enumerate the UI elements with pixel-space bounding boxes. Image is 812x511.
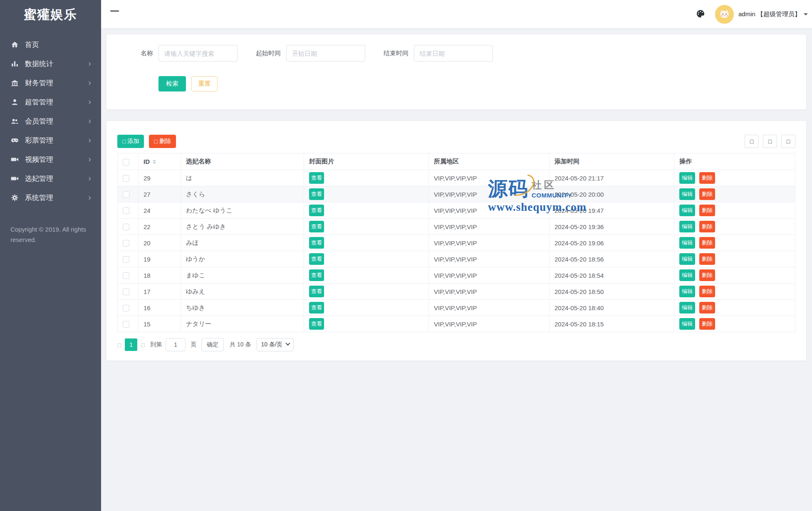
sidebar-item-5[interactable]: 彩票管理› <box>0 131 101 150</box>
delete-row-button[interactable]: 删除 <box>699 286 715 297</box>
view-button[interactable]: 查看 <box>309 221 324 232</box>
delete-row-button[interactable]: 删除 <box>699 221 715 232</box>
edit-button[interactable]: 编辑 <box>679 205 695 216</box>
delete-row-button[interactable]: 删除 <box>699 269 715 281</box>
row-checkbox[interactable] <box>123 256 129 263</box>
next-page-button[interactable]: □ <box>141 341 145 348</box>
view-button[interactable]: 查看 <box>309 172 324 184</box>
add-button[interactable]: □ 添加 <box>117 135 144 148</box>
delete-row-button[interactable]: 删除 <box>699 237 715 249</box>
batch-delete-button[interactable]: □ 删除 <box>149 135 176 148</box>
sidebar-item-2[interactable]: 财务管理› <box>0 73 101 92</box>
view-button[interactable]: 查看 <box>309 205 324 216</box>
toolbar-icon-button-1[interactable]: □ <box>745 135 759 148</box>
column-id-sort[interactable]: ID <box>144 158 156 165</box>
row-checkbox[interactable] <box>123 175 129 182</box>
prev-page-button[interactable]: □ <box>117 341 121 348</box>
row-checkbox[interactable] <box>123 305 129 311</box>
view-button[interactable]: 查看 <box>309 302 324 314</box>
confirm-button[interactable]: 确定 <box>201 338 224 351</box>
table-row: 24わたなべ ゆうこ查看VIP,VIP,VIP,VIP2024-05-20 19… <box>118 202 795 219</box>
table-row: 15ナタリー查看VIP,VIP,VIP,VIP2024-05-20 18:15编… <box>118 316 795 332</box>
chevron-down-icon <box>285 341 290 346</box>
column-cover: 封面图片 <box>304 153 429 170</box>
view-button[interactable]: 查看 <box>309 269 324 281</box>
user-menu-trigger[interactable]: admin 【超级管理员】 <box>738 10 808 18</box>
edit-button[interactable]: 编辑 <box>679 269 695 281</box>
sidebar-item-3[interactable]: 超管管理› <box>0 92 101 111</box>
sidebar-toggle-button[interactable] <box>110 10 121 14</box>
chevron-right-icon: › <box>88 193 91 201</box>
palette-icon <box>696 9 705 18</box>
end-time-label: 结束时间 <box>382 49 408 57</box>
row-checkbox[interactable] <box>123 224 129 230</box>
row-checkbox[interactable] <box>123 240 129 247</box>
name-input[interactable] <box>158 45 238 62</box>
sidebar: 蜜獾娱乐 首页数据统计›财务管理›超管管理›会员管理›彩票管理›视频管理›选妃管… <box>0 0 101 511</box>
cell-time: 2024-05-20 18:56 <box>550 251 674 267</box>
row-checkbox[interactable] <box>123 289 129 295</box>
sidebar-item-label: 数据统计 <box>25 59 53 69</box>
delete-row-button[interactable]: 删除 <box>699 172 715 184</box>
toolbar-icon-button-3[interactable]: □ <box>781 135 795 148</box>
table-header-row: ID 选妃名称 封面图片 所属地区 添加时间 操作 <box>118 153 795 170</box>
row-checkbox[interactable] <box>123 272 129 279</box>
data-table: ID 选妃名称 封面图片 所属地区 添加时间 操作 29は查看VIP,VIP,V… <box>117 153 795 332</box>
reset-button[interactable]: 重置 <box>191 76 218 91</box>
avatar-face-icon <box>715 5 734 24</box>
edit-button[interactable]: 编辑 <box>679 188 695 200</box>
edit-button[interactable]: 编辑 <box>679 221 695 232</box>
view-button[interactable]: 查看 <box>309 188 324 200</box>
delete-row-button[interactable]: 删除 <box>699 318 715 330</box>
table-card: □ 添加 □ 删除 □ □ □ <box>106 121 806 360</box>
chevron-right-icon: › <box>88 155 91 163</box>
sidebar-item-6[interactable]: 视频管理› <box>0 150 101 169</box>
delete-row-button[interactable]: 删除 <box>699 302 715 314</box>
row-checkbox[interactable] <box>123 191 129 198</box>
table-row: 27さくら查看VIP,VIP,VIP,VIP2024-05-20 20:00编辑… <box>118 186 795 202</box>
row-checkbox[interactable] <box>123 207 129 214</box>
sidebar-item-label: 会员管理 <box>25 116 53 126</box>
view-button[interactable]: 查看 <box>309 318 324 330</box>
gamepad-icon <box>11 136 19 144</box>
view-button[interactable]: 查看 <box>309 286 324 297</box>
row-checkbox[interactable] <box>123 321 129 328</box>
theme-button[interactable] <box>695 9 706 20</box>
cell-name: さとう みゆき <box>181 219 304 235</box>
edit-button[interactable]: 编辑 <box>679 253 695 265</box>
select-all-checkbox[interactable] <box>123 159 129 165</box>
sidebar-item-7[interactable]: 选妃管理› <box>0 169 101 188</box>
page-number-active[interactable]: 1 <box>125 338 137 351</box>
search-form: 名称 起始时间 结束时间 <box>126 45 806 62</box>
edit-button[interactable]: 编辑 <box>679 172 695 184</box>
delete-row-button[interactable]: 删除 <box>699 253 715 265</box>
edit-button[interactable]: 编辑 <box>679 302 695 314</box>
delete-row-button[interactable]: 删除 <box>699 205 715 216</box>
chevron-right-icon: › <box>88 116 91 125</box>
end-date-input[interactable] <box>414 45 493 62</box>
sidebar-item-1[interactable]: 数据统计› <box>0 54 101 73</box>
next-arrow-icon: □ <box>141 341 145 348</box>
cell-region: VIP,VIP,VIP,VIP <box>429 202 550 219</box>
form-item-name: 名称 <box>126 45 238 62</box>
edit-button[interactable]: 编辑 <box>679 286 695 297</box>
search-buttons: 检索 重置 <box>158 76 806 91</box>
start-date-input[interactable] <box>286 45 365 62</box>
plus-icon: □ <box>122 138 126 145</box>
delete-row-button[interactable]: 删除 <box>699 188 715 200</box>
column-ops: 操作 <box>674 153 795 170</box>
edit-button[interactable]: 编辑 <box>679 318 695 330</box>
sidebar-item-8[interactable]: 系统管理› <box>0 188 101 207</box>
goto-page-input[interactable] <box>166 338 186 351</box>
sidebar-item-0[interactable]: 首页 <box>0 35 101 54</box>
home-icon <box>11 41 19 49</box>
page-size-select[interactable]: 10 条/页 <box>257 338 293 351</box>
toolbar-icon-button-2[interactable]: □ <box>763 135 777 148</box>
user-avatar[interactable] <box>715 5 734 24</box>
edit-button[interactable]: 编辑 <box>679 237 695 249</box>
view-button[interactable]: 查看 <box>309 253 324 265</box>
sidebar-item-4[interactable]: 会员管理› <box>0 111 101 131</box>
app-logo: 蜜獾娱乐 <box>0 0 101 29</box>
search-button[interactable]: 检索 <box>158 76 186 91</box>
view-button[interactable]: 查看 <box>309 237 324 249</box>
